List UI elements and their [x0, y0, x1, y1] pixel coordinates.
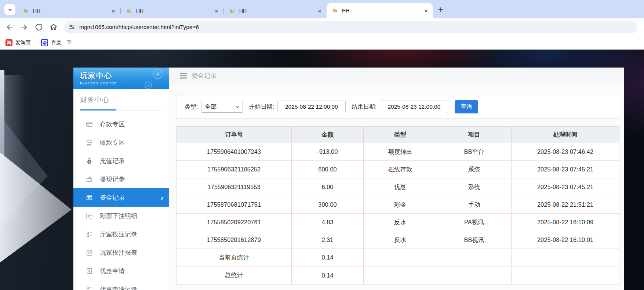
column-amount: 金额	[292, 127, 364, 143]
tab-title: HH	[239, 8, 316, 14]
cell-project	[437, 249, 512, 267]
fund-records-table: 订单号 金额 类型 项目 处理时间 1755906401007243 -913.…	[176, 126, 619, 284]
tab-2[interactable]: HH ×	[121, 4, 223, 18]
table-row: 1755906321105252 600.00 在线存款 系统 2025-08-…	[177, 161, 619, 178]
cell-project: 系统	[437, 161, 512, 178]
sidebar-item-hall-bet-record[interactable]: 厅室投注记录	[73, 225, 169, 243]
type-select[interactable]: 全部	[201, 101, 243, 113]
url-text[interactable]: mgm1065.com/hhcp/usercenter.html?iniType…	[79, 24, 199, 30]
cash-out-icon	[86, 176, 93, 183]
cell-project: PA视讯	[437, 214, 512, 231]
tab-1[interactable]: HH ×	[18, 4, 120, 18]
sidebar-menu: 存款专区 取款专区 充值记录 提现记录	[73, 115, 169, 290]
hamburger-icon[interactable]	[180, 72, 187, 80]
sidebar-item-player-bet-report[interactable]: 玩家投注报表	[73, 243, 169, 262]
bookmark-aitaobao[interactable]: 淘 爱淘宝	[6, 39, 31, 46]
taobao-icon: 淘	[6, 39, 12, 46]
active-chevron-icon: ›	[161, 193, 163, 202]
sidebar-item-recharge-record[interactable]: 充值记录	[73, 152, 169, 170]
bookmark-baidu[interactable]: 百度一下	[41, 39, 72, 46]
site-settings-icon[interactable]	[68, 23, 75, 30]
cell-stats-label: 总统计	[177, 267, 292, 284]
table-row-total-stats: 总统计 0.14	[177, 267, 619, 284]
sidebar-item-deposit-zone[interactable]: 存款专区	[73, 115, 169, 133]
chevron-down-icon	[8, 7, 12, 12]
forward-icon[interactable]	[20, 23, 29, 32]
type-select-value: 全部	[205, 103, 235, 111]
chevron-down-icon	[235, 106, 239, 108]
sidebar-item-promo-apply[interactable]: 优惠申请	[73, 262, 169, 280]
cell-process-time: 2025-08-22 21:51:21	[512, 196, 619, 214]
cell-type: 彩金	[364, 196, 437, 214]
sidebar-item-promo-apply-record[interactable]: 优惠申请记录	[73, 280, 169, 290]
page-title: 资金记录	[192, 72, 217, 80]
tab-search-button[interactable]	[4, 4, 15, 15]
sidebar-item-label: 彩票下注明细	[100, 212, 137, 220]
search-button[interactable]: 查询	[455, 100, 478, 113]
table-header-row: 订单号 金额 类型 项目 处理时间	[177, 127, 619, 143]
site-favicon	[23, 8, 29, 14]
tab-close-icon[interactable]: ×	[423, 7, 429, 15]
money-bag-icon	[86, 157, 93, 164]
table-row-page-stats: 当前页统计 0.14	[177, 249, 619, 267]
url-bar[interactable]: mgm1065.com/hhcp/usercenter.html?iniType…	[64, 21, 637, 33]
cell-stats-label: 当前页统计	[177, 249, 292, 267]
sidebar-item-withdraw-zone[interactable]: 取款专区	[73, 133, 169, 152]
cell-order-no: 1755906321105252	[177, 161, 292, 178]
site-favicon	[229, 8, 235, 14]
sidebar-item-withdrawal-record[interactable]: 提现记录	[73, 170, 169, 188]
end-date-input[interactable]	[380, 101, 448, 113]
start-date-input[interactable]	[277, 101, 346, 113]
gamepad-icon	[139, 69, 166, 89]
bookmarks-bar: 淘 爱淘宝 百度一下	[0, 36, 644, 50]
cell-type: 额度转出	[364, 143, 437, 161]
tab-4-active[interactable]: HH ×	[327, 3, 433, 18]
back-icon[interactable]	[5, 23, 14, 32]
home-icon[interactable]	[49, 23, 58, 32]
site-favicon	[332, 8, 338, 14]
cell-process-time: 2025-08-22 16:10:09	[512, 214, 619, 231]
section-underline	[80, 110, 162, 110]
table-row: 1755850209220761 4.83 反水 PA视讯 2025-08-22…	[177, 214, 619, 231]
sidebar-item-lottery-bet-detail[interactable]: 彩票下注明细	[73, 207, 169, 225]
cell-type: 优惠	[364, 178, 437, 196]
cell-process-time: 2025-08-23 07:45:21	[512, 178, 619, 196]
cell-amount: 6.00	[292, 178, 364, 196]
sidebar-item-label: 充值记录	[100, 157, 125, 165]
bookmark-label: 爱淘宝	[15, 39, 31, 46]
cell-process-time	[512, 267, 619, 284]
cell-order-no: 1755850209220761	[177, 214, 292, 231]
tab-close-icon[interactable]: ×	[316, 7, 323, 15]
sidebar-item-fund-record[interactable]: 资金记录 ›	[73, 188, 169, 207]
reload-icon[interactable]	[34, 23, 43, 32]
cell-project: 手动	[437, 196, 512, 214]
sidebar-header: 玩家中心 PLAYERS CENTER	[73, 68, 169, 89]
cell-amount: 0.14	[292, 249, 364, 267]
sidebar-item-label: 资金记录	[100, 193, 125, 202]
sidebar: 玩家中心 PLAYERS CENTER 财务中心 存款专区 取款专区	[73, 68, 169, 290]
fund-record-icon	[86, 194, 93, 201]
report-chart-icon	[86, 249, 93, 256]
tab-title: HH	[342, 8, 423, 14]
cell-project: BB视讯	[437, 231, 512, 249]
tab-close-icon[interactable]: ×	[110, 7, 117, 15]
sidebar-item-label: 提现记录	[100, 175, 125, 184]
cell-amount: 600.00	[292, 161, 364, 178]
main-content: 资金记录 类型: 全部 开始日期: 结束日期: 查询	[169, 68, 624, 290]
cell-type: 反水	[364, 214, 437, 231]
tab-close-icon[interactable]: ×	[213, 7, 220, 15]
lottery-detail-icon	[86, 213, 93, 220]
tab-3[interactable]: HH ×	[224, 4, 327, 18]
baidu-paw-icon	[41, 39, 48, 46]
table-row: 1755906401007243 -913.00 额度转出 BB平台 2025-…	[177, 143, 619, 161]
column-project: 项目	[437, 127, 512, 143]
cell-project: BB平台	[437, 143, 512, 161]
sidebar-item-label: 玩家投注报表	[100, 249, 137, 257]
start-date-label: 开始日期:	[249, 103, 274, 111]
sidebar-item-label: 优惠申请记录	[100, 285, 137, 290]
new-tab-button[interactable]: +	[438, 5, 443, 14]
sidebar-section: 财务中心	[73, 89, 169, 110]
deposit-card-icon	[86, 121, 93, 128]
cell-type	[364, 267, 437, 284]
page-background: 玩家中心 PLAYERS CENTER 财务中心 存款专区 取款专区	[0, 50, 644, 290]
